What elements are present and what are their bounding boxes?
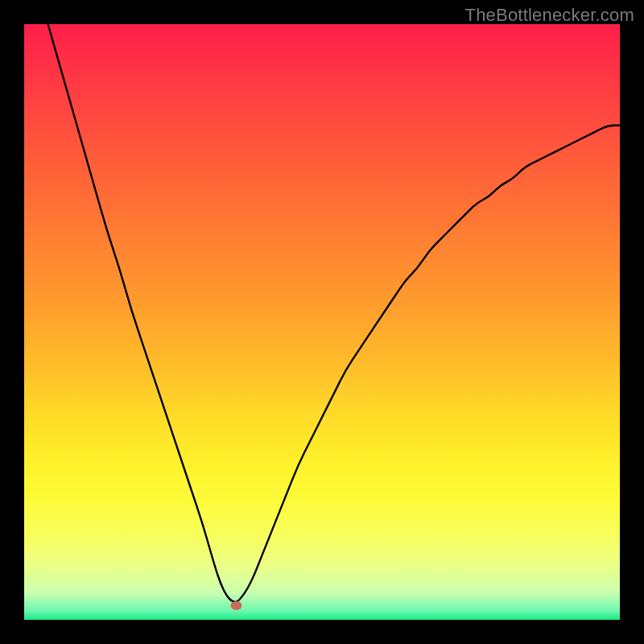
chart-frame: TheBottlenecker.com — [0, 0, 644, 644]
gradient-background — [24, 24, 620, 620]
attribution-label: TheBottlenecker.com — [465, 5, 634, 26]
chart-svg — [24, 24, 620, 620]
plot-area — [24, 24, 620, 620]
optimum-marker — [230, 601, 242, 610]
